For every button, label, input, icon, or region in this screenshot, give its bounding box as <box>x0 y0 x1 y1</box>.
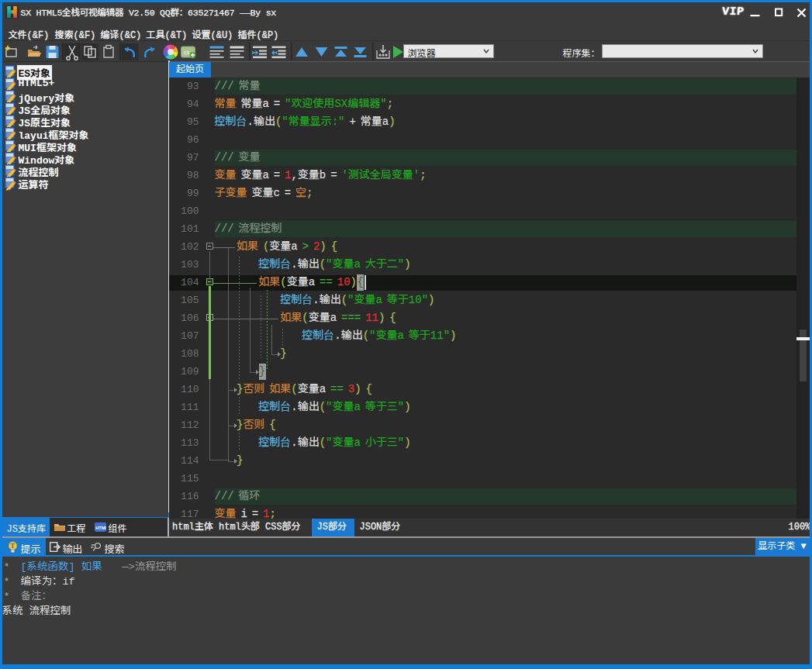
svg-text:HTML: HTML <box>95 525 106 529</box>
svg-text:T: T <box>10 543 15 550</box>
svg-text:cs: cs <box>183 49 189 56</box>
